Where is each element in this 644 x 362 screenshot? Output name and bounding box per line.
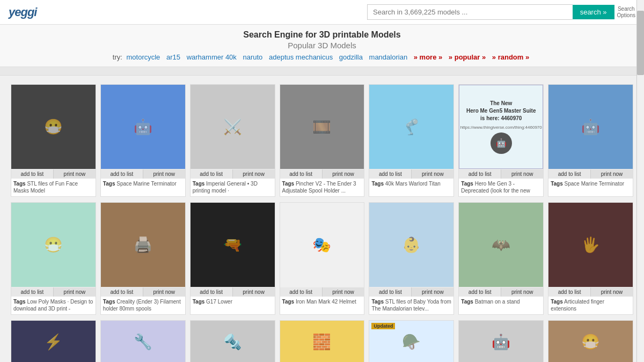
print-now-button[interactable]: print now (412, 287, 453, 297)
try-link-ar15[interactable]: ar15 (166, 53, 180, 61)
add-to-list-button[interactable]: add to list (101, 287, 143, 297)
card-1-4: 🎞️ add to list print now Tags Pincher V2… (280, 84, 365, 197)
tags-label: Tags (13, 181, 26, 187)
add-to-list-button[interactable]: add to list (11, 169, 54, 179)
card-image[interactable]: ⚔️ (191, 85, 275, 169)
add-to-list-button[interactable]: add to list (369, 169, 412, 179)
print-now-button[interactable]: print now (233, 169, 275, 179)
ad-image[interactable]: The NewHero Me Gen5 Master Suiteis here:… (459, 85, 543, 169)
card-tags: Tags Hero Me Gen 3 - Deprecated (look fo… (459, 179, 543, 196)
card-image[interactable]: 🪖 Updated (369, 321, 453, 362)
card-image[interactable]: 😷 (11, 85, 96, 169)
card-image[interactable]: 🖐️ (548, 203, 633, 287)
card-1-3: ⚔️ add to list print now Tags Imperial G… (190, 84, 275, 197)
subheader: Search Engine for 3D printable Models Po… (0, 25, 644, 67)
print-now-button[interactable]: print now (233, 287, 275, 297)
card-1-6-ad: The NewHero Me Gen5 Master Suiteis here:… (458, 84, 544, 197)
print-now-button[interactable]: print now (501, 287, 543, 297)
card-1-2: 🤖 add to list print now Tags Space Marin… (100, 84, 186, 197)
thumbnail-icon: 🔧 (101, 321, 185, 362)
try-link-more[interactable]: » more » (414, 53, 442, 61)
card-3-1: ⚡ (11, 320, 96, 362)
add-to-list-button[interactable]: add to list (369, 287, 412, 297)
card-image[interactable]: 😷 (11, 203, 96, 287)
card-image[interactable]: 🔩 (191, 321, 275, 362)
card-1-7: 🤖 add to list print now Tags Space Marin… (548, 84, 633, 197)
search-button[interactable]: search » (573, 5, 614, 19)
add-to-list-button[interactable]: add to list (191, 287, 233, 297)
card-3-3: 🔩 (190, 320, 275, 362)
card-image[interactable]: 🎞️ (280, 85, 364, 169)
print-now-button[interactable]: print now (54, 169, 96, 179)
card-2-1: 😷 add to list print now Tags Low Poly Ma… (11, 202, 96, 315)
try-link-popular[interactable]: » popular » (449, 53, 486, 61)
print-now-button[interactable]: print now (143, 169, 185, 179)
card-2-6: 🦇 add to list print now Tags Batman on a… (458, 202, 544, 315)
card-image[interactable]: 🖨️ (101, 203, 185, 287)
thumbnail-icon: 😷 (548, 321, 633, 362)
add-to-list-button[interactable]: add to list (101, 169, 143, 179)
add-to-list-button[interactable]: add to list (11, 287, 54, 297)
add-to-list-button[interactable]: add to list (459, 169, 501, 179)
ad-headline: The NewHero Me Gen5 Master Suiteis here:… (466, 100, 536, 122)
print-now-button[interactable]: print now (591, 287, 633, 297)
card-3-2: 🔧 (100, 320, 186, 362)
card-actions: add to list print now (459, 169, 543, 179)
card-2-5: 👶 add to list print now Tags STL files o… (369, 202, 454, 315)
thumbnail-icon: ⚡ (11, 321, 96, 362)
try-link-adeptus[interactable]: adeptus mechanicus (269, 53, 333, 61)
add-to-list-button[interactable]: add to list (280, 287, 323, 297)
add-to-list-button[interactable]: add to list (280, 169, 323, 179)
card-image[interactable]: 👶 (369, 203, 453, 287)
try-link-motorcycle[interactable]: motorcycle (127, 53, 160, 61)
try-link-godzilla[interactable]: godzilla (339, 53, 363, 61)
print-now-button[interactable]: print now (323, 169, 364, 179)
thumbnail-icon: 🎭 (280, 203, 364, 287)
grid-row-1: 😷 add to list print now Tags STL files o… (11, 84, 633, 197)
card-2-3: 🔫 add to list print now Tags G17 Lower (190, 202, 275, 315)
thumbnail-icon: 👶 (369, 203, 453, 287)
card-actions: add to list print now (191, 169, 275, 179)
thumbnail-icon: 🧱 (280, 321, 364, 362)
card-image[interactable]: 🦇 (459, 203, 543, 287)
try-link-warhammer[interactable]: warhammer 40k (187, 53, 237, 61)
print-now-button[interactable]: print now (501, 169, 543, 179)
print-now-button[interactable]: print now (323, 287, 364, 297)
search-input[interactable] (367, 4, 573, 20)
card-image[interactable]: 🔫 (191, 203, 275, 287)
tags-label: Tags (282, 181, 295, 187)
tags-label: Tags (461, 299, 473, 305)
card-actions: add to list print now (369, 169, 453, 179)
card-image[interactable]: 🧱 (280, 321, 364, 362)
thumbnail-icon: 🖐️ (548, 203, 633, 287)
card-actions: add to list print now (548, 169, 633, 179)
card-image[interactable]: ⚡ (11, 321, 96, 362)
print-now-button[interactable]: print now (412, 169, 453, 179)
card-image[interactable]: 🦿 (369, 85, 453, 169)
add-to-list-button[interactable]: add to list (191, 169, 233, 179)
search-options-link[interactable]: Search Options (617, 6, 635, 19)
card-image[interactable]: 🤖 (459, 321, 543, 362)
try-link-mandalorian[interactable]: mandalorian (369, 53, 408, 61)
card-image[interactable]: 😷 (548, 321, 633, 362)
try-link-random[interactable]: » random » (492, 53, 529, 61)
card-image[interactable]: 🤖 (548, 85, 633, 169)
print-now-button[interactable]: print now (143, 287, 185, 297)
card-actions: add to list print now (459, 287, 543, 297)
try-link-naruto[interactable]: naruto (243, 53, 262, 61)
add-to-list-button[interactable]: add to list (459, 287, 501, 297)
add-to-list-button[interactable]: add to list (548, 287, 591, 297)
scrollbar[interactable] (636, 0, 644, 362)
print-now-button[interactable]: print now (591, 169, 633, 179)
card-image[interactable]: 🎭 (280, 203, 364, 287)
card-image[interactable]: 🤖 (101, 85, 185, 169)
print-now-button[interactable]: print now (54, 287, 96, 297)
add-to-list-button[interactable]: add to list (548, 169, 591, 179)
thumbnail-icon: 🦿 (369, 85, 453, 169)
scrollbar-thumb[interactable] (637, 11, 644, 75)
search-form: search » Search Options (367, 4, 635, 20)
card-image[interactable]: 🔧 (101, 321, 185, 362)
tags-label: Tags (103, 299, 115, 305)
thumbnail-icon: 🖨️ (101, 203, 185, 287)
tags-label: Tags (461, 181, 473, 187)
